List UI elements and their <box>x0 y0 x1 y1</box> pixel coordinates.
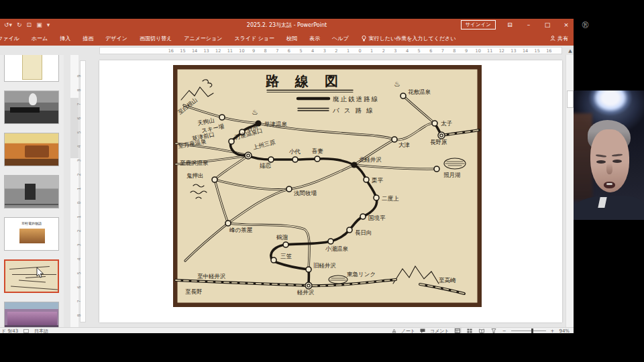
svg-text:栗平: 栗平 <box>372 177 384 184</box>
slide-thumbnail-5[interactable]: 草軽電鉄物語 <box>4 217 59 251</box>
svg-text:照月湖: 照月湖 <box>443 172 461 178</box>
current-slide[interactable]: 草津温泉谷所万座温泉口上州三原嬬恋小代吾妻北軽井沢栗平二度上国境平長日向小瀬温泉… <box>99 60 562 322</box>
route-map-image[interactable]: 草津温泉谷所万座温泉口上州三原嬬恋小代吾妻北軽井沢栗平二度上国境平長日向小瀬温泉… <box>173 65 482 307</box>
svg-text:鶴溜: 鶴溜 <box>276 234 288 241</box>
tab-10[interactable]: ヘルプ <box>326 35 355 42</box>
slideshow-icon[interactable]: ⊡ <box>27 21 32 28</box>
close-button[interactable]: × <box>561 21 571 28</box>
tab-6[interactable]: アニメーション <box>178 35 228 42</box>
svg-text:長日向: 長日向 <box>355 229 372 236</box>
svg-text:小代: 小代 <box>289 148 301 155</box>
hot-spring-icon: ♨ <box>252 108 258 117</box>
svg-text:大津: 大津 <box>398 141 410 148</box>
language-indicator[interactable]: 日本語 <box>34 328 48 334</box>
tab-5[interactable]: 画面切り替え <box>133 35 178 42</box>
svg-text:北軽井沢: 北軽井沢 <box>359 156 382 163</box>
svg-text:太子: 太子 <box>441 120 453 127</box>
tab-9[interactable]: 表示 <box>303 35 326 42</box>
svg-text:吾妻: 吾妻 <box>311 147 324 154</box>
station: 栗平 <box>364 177 384 184</box>
mouse-cursor <box>36 267 44 278</box>
canvas-scrollbar[interactable]: ▲ <box>566 55 574 327</box>
svg-text:鬼押出: 鬼押出 <box>186 172 204 179</box>
zoom-out-button[interactable]: − <box>502 328 506 334</box>
slide-thumbnail-6[interactable] <box>4 259 59 293</box>
slideshow-view-button[interactable] <box>490 328 498 333</box>
minimize-button[interactable]: – <box>524 21 533 28</box>
comments-icon <box>420 328 425 333</box>
share-button[interactable]: 共有 <box>550 35 568 42</box>
comments-button[interactable]: コメント <box>430 328 449 334</box>
slide-thumbnail-2[interactable] <box>4 90 59 124</box>
thumbnail-slide-title: 草軽電鉄物語 <box>5 221 58 225</box>
person-icon <box>550 36 555 41</box>
svg-text:草津温泉: 草津温泉 <box>264 121 288 127</box>
station <box>434 166 439 172</box>
zoom-slider[interactable] <box>511 330 546 331</box>
svg-text:至高崎: 至高崎 <box>439 277 456 284</box>
station <box>219 115 225 120</box>
hot-spring-icon: ♨ <box>394 80 400 88</box>
map-title: 路線図 <box>265 73 354 89</box>
tab-3[interactable]: 描画 <box>76 35 99 42</box>
qat-customize-icon[interactable]: ▾ <box>47 21 50 28</box>
tell-me-box[interactable]: 実行したい作業を入力してください <box>362 35 456 42</box>
ribbon-tabs: ファイルホーム挿入描画デザイン画面切り替えアニメーションスライド ショー校閲表示… <box>0 35 355 42</box>
route-map-svg: 草津温泉谷所万座温泉口上州三原嬬恋小代吾妻北軽井沢栗平二度上国境平長日向小瀬温泉… <box>173 65 482 307</box>
svg-text:至長野: 至長野 <box>185 288 203 295</box>
svg-text:旧軽井沢: 旧軽井沢 <box>313 262 336 269</box>
zoom-percentage[interactable]: 94% <box>559 328 570 334</box>
tab-0[interactable]: ファイル <box>0 35 25 42</box>
legend-bus-label: バ ス 路 線 <box>332 107 374 114</box>
slide-thumbnail-1[interactable] <box>4 55 59 82</box>
legend-rail-label: 廃止鉄道路線 <box>333 95 379 103</box>
svg-text:二度上: 二度上 <box>382 195 399 202</box>
tab-2[interactable]: 挿入 <box>54 35 76 42</box>
vertical-ruler[interactable]: 9876543210123456789 <box>80 55 86 327</box>
slide-thumbnail-4[interactable] <box>4 175 59 208</box>
horizontal-ruler[interactable]: 1615141312111098765432101234567891011121… <box>99 47 562 54</box>
tell-me-placeholder: 実行したい作業を入力してください <box>369 35 456 42</box>
tab-4[interactable]: デザイン <box>99 35 133 42</box>
station: 太子 <box>432 120 453 127</box>
notes-button[interactable]: ノート <box>401 328 415 334</box>
sign-in-button[interactable]: サインイン <box>461 20 496 29</box>
scroll-up-icon[interactable]: ▲ <box>566 47 574 55</box>
zoom-in-button[interactable]: + <box>551 328 555 334</box>
svg-text:三笠: 三笠 <box>280 253 292 259</box>
maximize-button[interactable]: □ <box>543 21 552 28</box>
undo-icon[interactable]: ↺▾ <box>4 21 12 28</box>
canvas-scrollbar-thumb[interactable] <box>567 90 574 108</box>
tab-7[interactable]: スライド ショー <box>228 35 280 42</box>
slide-sorter-view-button[interactable] <box>466 328 474 333</box>
lightbulb-icon <box>362 36 366 42</box>
svg-text:峰の茶屋: 峰の茶屋 <box>229 227 253 233</box>
notes-icon <box>392 328 396 333</box>
slide-canvas: 草津温泉谷所万座温泉口上州三原嬬恋小代吾妻北軽井沢栗平二度上国境平長日向小瀬温泉… <box>86 55 566 327</box>
registered-trademark-logo: ® <box>581 20 590 30</box>
slide-thumbnail-3[interactable] <box>4 133 59 166</box>
svg-text:長野原: 長野原 <box>430 139 447 145</box>
svg-text:至中軽井沢: 至中軽井沢 <box>197 273 226 280</box>
slide-number-indicator: ド 9/43 <box>1 328 18 334</box>
webcam-overlay <box>574 90 644 220</box>
reading-view-button[interactable] <box>478 328 486 333</box>
title-bar: ↺▾ ↻ ⊡ ▣ ▾ 2025.2. 23与太話 - PowerPoint サイ… <box>0 19 574 31</box>
quick-access-toolbar: ↺▾ ↻ ⊡ ▣ ▾ <box>4 21 50 28</box>
ribbon-display-options-icon[interactable]: ⊟ <box>505 21 515 28</box>
save-icon[interactable]: ▣ <box>36 21 42 28</box>
svg-text:国境平: 国境平 <box>368 215 386 221</box>
status-bar: ド 9/43 日本語 ノート コメント <box>0 327 574 333</box>
ruler-row: 1615141312111098765432101234567891011121… <box>0 46 574 55</box>
tab-1[interactable]: ホーム <box>25 35 54 42</box>
slide-thumbnail-7[interactable] <box>4 302 59 327</box>
accessibility-check-icon[interactable] <box>23 329 29 333</box>
svg-text:軽井沢: 軽井沢 <box>297 289 315 296</box>
tab-8[interactable]: 校閲 <box>280 35 303 42</box>
zoom-slider-thumb[interactable] <box>531 328 533 333</box>
powerpoint-window: ↺▾ ↻ ⊡ ▣ ▾ 2025.2. 23与太話 - PowerPoint サイ… <box>0 19 574 333</box>
svg-text:花敷温泉: 花敷温泉 <box>408 88 431 95</box>
redo-icon[interactable]: ↻ <box>17 21 22 28</box>
normal-view-button[interactable] <box>454 328 462 333</box>
slide-thumbnail-panel[interactable]: 草軽電鉄物語 <box>0 55 64 327</box>
